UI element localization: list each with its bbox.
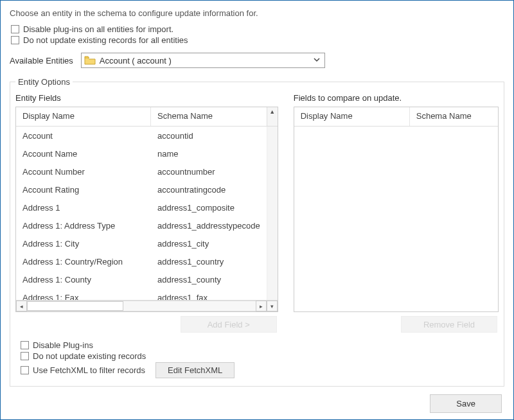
table-row[interactable]: Account Ratingaccountratingcode [16,180,267,198]
entity-select-value: Account ( account ) [100,56,172,66]
disable-plugins-all-label[interactable]: Disable plug-ins on all entities for imp… [23,24,173,34]
cell-schema-name: address1_county [151,275,267,284]
instruction-text: Choose an entity in the schema to config… [10,8,504,18]
table-row[interactable]: Accountaccountid [16,127,267,144]
compare-fields-table: Display Name Schema Name [294,107,499,312]
edit-fetchxml-button[interactable]: Edit FetchXML [155,362,235,378]
cell-display-name: Account [16,131,151,141]
cell-schema-name: name [151,149,267,159]
entity-select[interactable]: Account ( account ) [81,53,325,68]
cell-schema-name: address1_city [151,239,267,249]
cell-display-name: Account Number [16,167,151,177]
chevron-down-icon [313,56,321,66]
col-schema-name[interactable]: Schema Name [151,107,278,126]
hscroll-left-icon[interactable]: ◂ [16,301,27,311]
table-row[interactable]: Address 1: Countyaddress1_county [16,270,267,288]
table-row[interactable]: Account Namename [16,144,267,162]
hscroll-thumb[interactable] [27,301,123,311]
col-schema-name-right[interactable]: Schema Name [410,107,498,126]
cell-display-name: Account Name [16,149,151,159]
no-update-all-label[interactable]: Do not update existing records for all e… [23,35,188,45]
table-row[interactable]: Address 1address1_composite [16,198,267,216]
entity-options-group: Entity Options Entity Fields Display Nam… [10,77,504,387]
col-display-name-right[interactable]: Display Name [294,107,410,126]
no-update-label[interactable]: Do not update existing records [33,351,146,361]
cell-schema-name: address1_composite [151,203,267,213]
table-row[interactable]: Address 1: Address Typeaddress1_addresst… [16,216,267,234]
use-fetchxml-checkbox[interactable] [21,366,29,374]
table-row[interactable]: Address 1: Faxaddress1_fax [16,288,267,300]
corner-dropdown-icon[interactable]: ▾ [267,301,278,311]
hscroll-track[interactable] [27,301,256,311]
compare-fields-title: Fields to compare on update. [294,93,499,103]
cell-display-name: Address 1: Address Type [16,221,151,231]
table-row[interactable]: Address 1: Cityaddress1_city [16,234,267,252]
cell-display-name: Address 1 [16,203,151,213]
cell-display-name: Address 1: County [16,275,151,284]
vertical-scrollbar[interactable] [267,127,278,300]
no-update-all-checkbox[interactable] [11,36,19,44]
col-display-name[interactable]: Display Name [16,107,151,126]
folder-icon [84,55,96,66]
cell-schema-name: accountratingcode [151,185,267,195]
cell-display-name: Account Rating [16,185,151,195]
disable-plugins-checkbox[interactable] [21,341,29,349]
cell-schema-name: address1_addresstypecode [151,221,267,231]
cell-display-name: Address 1: City [16,239,151,249]
cell-schema-name: address1_fax [151,293,267,301]
scroll-up-icon[interactable]: ▲ [267,107,278,116]
hscroll-right-icon[interactable]: ▸ [256,301,267,311]
scroll-track-head[interactable] [267,116,278,126]
disable-plugins-label[interactable]: Disable Plug-ins [33,340,93,350]
save-button[interactable]: Save [430,394,502,413]
cell-display-name: Address 1: Country/Region [16,257,151,267]
no-update-checkbox[interactable] [21,352,29,360]
entity-options-legend: Entity Options [15,77,73,87]
table-row[interactable]: Address 1: Country/Regionaddress1_countr… [16,252,267,270]
disable-plugins-all-checkbox[interactable] [11,25,19,33]
entity-fields-title: Entity Fields [15,93,278,103]
table-row[interactable]: Account Numberaccountnumber [16,162,267,180]
cell-schema-name: address1_country [151,257,267,267]
entity-fields-table: Display Name Schema Name ▲ Accountaccoun… [15,107,278,312]
compare-fields-body [294,127,498,311]
add-field-button: Add Field > [181,316,277,333]
cell-schema-name: accountnumber [151,167,267,177]
cell-schema-name: accountid [151,131,267,141]
use-fetchxml-label[interactable]: Use FetchXML to filter records [33,365,145,375]
available-entities-label: Available Entities [10,56,73,66]
cell-display-name: Address 1: Fax [16,293,151,301]
remove-field-button: Remove Field [401,316,497,333]
